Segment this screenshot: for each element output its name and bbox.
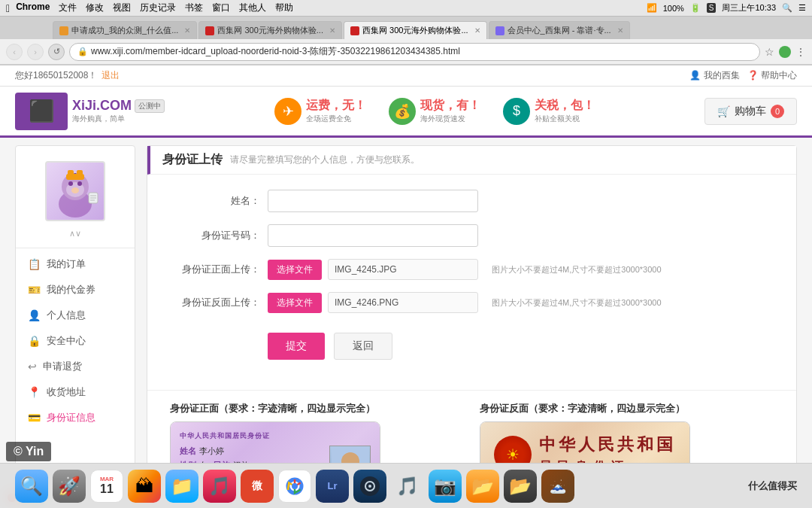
help-icon: ❓ [747, 70, 759, 81]
sidebar-item-orders[interactable]: 📋 我的订单 [16, 251, 135, 277]
back-button-form[interactable]: 返回 [334, 333, 392, 360]
dock-lightroom[interactable]: Lr [316, 470, 349, 503]
forward-button[interactable]: › [27, 44, 44, 60]
menubar-chrome[interactable]: Chrome [16, 2, 50, 14]
main-layout: ∧∨ 📋 我的订单 🎫 我的代金券 👤 个人信息 🔒 安全中心 ↩ 申请退货 [0, 138, 812, 464]
address-icon: 📍 [28, 386, 41, 398]
avatar-svg [47, 163, 104, 220]
tab-2-close[interactable]: ✕ [329, 26, 335, 35]
dock-weibo[interactable]: 微 [241, 470, 274, 503]
vouchers-icon: 🎫 [28, 284, 41, 296]
dock-steam[interactable] [353, 470, 386, 503]
tab-4-favicon [495, 26, 504, 35]
browser-chrome: 申请成功_我的众测_什么值... ✕ 西集网 300元海外购物体验... ✕ 西… [0, 17, 812, 65]
idnum-input[interactable] [268, 224, 478, 247]
bookmark-icon[interactable]: ☆ [765, 46, 774, 58]
promo-stock-title: 现货，有！ [420, 98, 480, 114]
dock-chrome[interactable] [278, 470, 311, 503]
menubar-help[interactable]: 帮助 [275, 2, 293, 14]
menubar-window[interactable]: 窗口 [212, 2, 230, 14]
chrome-extension-1[interactable] [779, 46, 791, 58]
svg-point-24 [368, 485, 371, 488]
front-upload-row: 身份证正面上传 选择文件 IMG_4245.JPG 图片大小不要超过4M,尺寸不… [170, 259, 774, 280]
front-choose-btn[interactable]: 选择文件 [268, 260, 322, 280]
tab-4[interactable]: 会员中心_西集网 - 靠谱·专... ✕ [489, 21, 630, 39]
svg-point-21 [292, 483, 298, 489]
sidebar-divider-1 [16, 248, 135, 248]
sidebar-item-profile[interactable]: 👤 个人信息 [16, 303, 135, 328]
logo-icon: ⬛ [29, 99, 55, 123]
dock-itunes[interactable]: 🎵 [391, 470, 424, 503]
apple-menu-icon[interactable]:  [6, 2, 10, 14]
dock-folder3[interactable]: 📂 [504, 470, 537, 503]
id-front-photo [329, 446, 371, 464]
tab-1-close[interactable]: ✕ [184, 26, 190, 35]
back-sample-label: 身份证反面（要求：字迹清晰，四边显示完全） [480, 402, 774, 415]
dock-launchpad[interactable]: 🚀 [53, 470, 86, 503]
dock-finder2[interactable]: 📁 [165, 470, 198, 503]
promo-stock: 💰 现货，有！ 海外现货速发 [389, 98, 480, 125]
menubar-list-icon[interactable]: ☰ [798, 3, 806, 13]
id-form: 姓名 身份证号码 身份证正面上传 选择文件 IMG_4245.JPG 图片大小不… [147, 175, 796, 390]
content-area: 身份证上传 请尽量完整填写您的个人信息，方便与您联系。 姓名 身份证号码 身份证… [147, 145, 797, 464]
tab-1[interactable]: 申请成功_我的众测_什么值... ✕ [53, 21, 197, 39]
menubar-people[interactable]: 其他人 [239, 2, 266, 14]
sidebar-item-vouchers[interactable]: 🎫 我的代金券 [16, 277, 135, 303]
promo-shipping-title: 运费，无！ [306, 98, 366, 114]
id-front-card: 中华人民共和国居民身份证 [171, 422, 380, 464]
dock-right-label: 什么值得买 [748, 479, 797, 493]
menubar-bookmarks[interactable]: 书签 [185, 2, 203, 14]
tab-3[interactable]: 西集网 300元海外购物体验... ✕ [344, 21, 487, 39]
back-upload-label: 身份证反面上传 [170, 296, 260, 309]
section-title: 身份证上传 [162, 152, 223, 168]
sidebar-item-security[interactable]: 🔒 安全中心 [16, 328, 135, 354]
help-center-link[interactable]: ❓ 帮助中心 [747, 69, 797, 82]
dock-folder2[interactable]: 📂 [466, 470, 499, 503]
submit-button[interactable]: 提交 [268, 333, 325, 360]
dock-music[interactable]: 🎵 [203, 470, 236, 503]
dock-calendar[interactable]: MAR 11 [90, 470, 123, 503]
menubar-file[interactable]: 文件 [59, 2, 77, 14]
national-emblem: ☀ [494, 436, 532, 464]
back-file-upload: 选择文件 IMG_4246.PNG 图片大小不要超过4M,尺寸不要超过3000*… [268, 292, 662, 313]
logo-area: ⬛ XiJi.COM 公测中 海外购真，简单 [15, 93, 165, 130]
tab-4-close[interactable]: ✕ [617, 26, 623, 35]
menubar-history[interactable]: 历史记录 [140, 2, 176, 14]
sidebar-item-address[interactable]: 📍 收货地址 [16, 379, 135, 405]
back-button[interactable]: ‹ [6, 44, 23, 60]
tab-2[interactable]: 西集网 300元海外购物体验... ✕ [198, 21, 342, 39]
menubar-edit[interactable]: 修改 [86, 2, 104, 14]
my-xiji-link[interactable]: 👤 我的西集 [689, 69, 739, 82]
menubar-items: Chrome 文件 修改 视图 历史记录 书签 窗口 其他人 帮助 [16, 2, 293, 14]
dock-photos[interactable]: 🏔 [128, 470, 161, 503]
tab-3-close[interactable]: ✕ [474, 26, 480, 35]
wifi-icon: 📶 [647, 3, 657, 13]
dock-image[interactable]: 🗻 [541, 470, 574, 503]
chrome-menu-icon[interactable]: ⋮ [795, 46, 806, 58]
logo-box[interactable]: ⬛ [15, 93, 68, 130]
menubar-view[interactable]: 视图 [113, 2, 131, 14]
cart-label: 购物车 [735, 105, 766, 118]
address-bar[interactable]: 🔒 www.xiji.com/member-idcard_upload-noor… [69, 43, 760, 61]
dock-finder[interactable]: 🔍 [15, 470, 48, 503]
reload-button[interactable]: ↺ [48, 44, 65, 60]
front-file-hint: 图片大小不要超过4M,尺寸不要超过3000*3000 [492, 264, 662, 275]
stock-icon: 💰 [389, 98, 416, 125]
back-upload-row: 身份证反面上传 选择文件 IMG_4246.PNG 图片大小不要超过4M,尺寸不… [170, 292, 774, 313]
name-input[interactable] [268, 190, 478, 212]
battery-icon: 🔋 [690, 3, 701, 13]
tab-2-favicon [205, 26, 214, 35]
menubar-right: 📶 100% 🔋 S 周三上午10:33 🔍 ☰ [647, 2, 806, 14]
logo-text-area: XiJi.COM 公测中 海外购真，简单 [72, 98, 165, 124]
search-icon[interactable]: 🔍 [782, 3, 792, 13]
tabs-bar: 申请成功_我的众测_什么值... ✕ 西集网 300元海外购物体验... ✕ 西… [0, 17, 812, 39]
dock-camera[interactable]: 📷 [429, 470, 462, 503]
logout-link[interactable]: 退出 [102, 69, 120, 82]
cart-button[interactable]: 🛒 购物车 0 [704, 98, 797, 125]
back-choose-btn[interactable]: 选择文件 [268, 293, 322, 313]
sidebar-item-idcard[interactable]: 💳 身份证信息 [16, 405, 135, 430]
svg-point-5 [71, 187, 79, 193]
svg-point-4 [77, 181, 82, 186]
promo-tax-text: 关税，包！ 补贴全额关税 [535, 98, 595, 124]
sidebar-item-returns[interactable]: ↩ 申请退货 [16, 354, 135, 379]
